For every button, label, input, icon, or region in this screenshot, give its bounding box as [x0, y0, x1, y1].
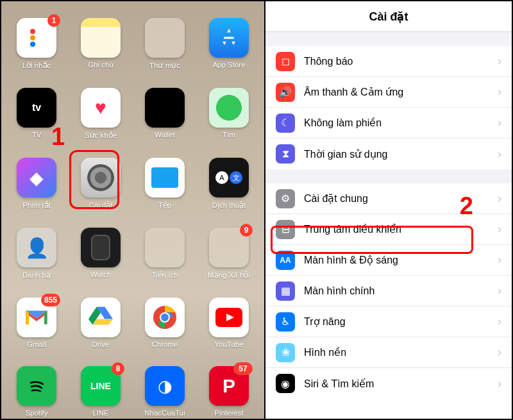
- app-nhaccuatui[interactable]: ◑ NhacCuaTui: [139, 366, 191, 417]
- app-findmy[interactable]: Tìm: [203, 88, 255, 140]
- settings-title: Cài đặt: [265, 1, 512, 32]
- display-icon: AA: [276, 251, 295, 270]
- app-settings[interactable]: Cài đặt: [74, 158, 127, 210]
- badge: 9: [240, 224, 253, 237]
- app-gmail[interactable]: 855 Gmail: [10, 298, 63, 348]
- row-notifications[interactable]: ◻ Thông báo ›: [265, 46, 512, 77]
- app-label: Tìm: [223, 131, 235, 139]
- app-pinterest[interactable]: P 57 Pinterest: [203, 366, 255, 417]
- badge: 1: [47, 14, 60, 27]
- app-shortcuts[interactable]: ◆ Phím tắt: [10, 158, 63, 210]
- app-files[interactable]: Tệp: [139, 158, 191, 210]
- app-youtube[interactable]: YouTube: [203, 298, 255, 348]
- app-label: Chrome: [152, 340, 178, 348]
- app-label: Gmail: [27, 340, 46, 348]
- chevron-right-icon: ›: [498, 116, 501, 130]
- row-label: Trợ năng: [304, 315, 498, 328]
- app-label: LINE: [92, 409, 109, 417]
- app-health[interactable]: ♥ Sức khỏe: [74, 88, 127, 140]
- translate-icon: A文: [209, 158, 249, 197]
- row-screentime[interactable]: ⧗ Thời gian sử dụng ›: [265, 139, 512, 169]
- app-label: Mạng Xã hội: [208, 271, 250, 280]
- gmail-icon: 855: [17, 298, 56, 337]
- row-label: Thời gian sử dụng: [304, 148, 498, 160]
- row-siri[interactable]: ◉ Siri & Tìm kiếm ›: [265, 368, 512, 399]
- row-accessibility[interactable]: ♿︎ Trợ năng ›: [265, 307, 512, 337]
- row-general[interactable]: ⚙ Cài đặt chung ›: [265, 183, 512, 214]
- app-label: Tệp: [158, 201, 171, 210]
- app-translate[interactable]: A文 Dịch thuật: [203, 158, 255, 210]
- row-sounds[interactable]: 🔊 Âm thanh & Cảm ứng ›: [265, 77, 512, 108]
- row-dnd[interactable]: ☾ Không làm phiền ›: [265, 108, 512, 139]
- pinterest-icon: P 57: [209, 366, 249, 406]
- siri-icon: ◉: [276, 374, 295, 393]
- chevron-right-icon: ›: [498, 85, 501, 99]
- section-gap: [265, 32, 512, 46]
- app-label: Thư mục: [149, 61, 180, 70]
- youtube-icon: [209, 298, 249, 337]
- row-label: Âm thanh & Cảm ứng: [304, 86, 498, 98]
- row-control-center[interactable]: ⊟ Trung tâm điều khiển ›: [265, 214, 512, 245]
- row-label: Màn hình chính: [304, 285, 498, 297]
- settings-group-1: ◻ Thông báo › 🔊 Âm thanh & Cảm ứng › ☾ K…: [265, 46, 512, 169]
- app-folder-social[interactable]: 9 Mạng Xã hội: [203, 228, 255, 280]
- settings-screen: Cài đặt ◻ Thông báo › 🔊 Âm thanh & Cảm ứ…: [264, 1, 512, 419]
- chevron-right-icon: ›: [498, 223, 501, 236]
- homescreen-icon: ▦: [276, 281, 295, 301]
- files-icon: [145, 158, 185, 197]
- svg-point-2: [161, 314, 169, 321]
- app-label: Tiện ích: [151, 271, 178, 280]
- chevron-right-icon: ›: [498, 253, 501, 267]
- app-reminders[interactable]: 1 Lời nhắc: [10, 18, 63, 70]
- wallpaper-icon: ❀: [276, 343, 295, 362]
- chevron-right-icon: ›: [498, 284, 501, 298]
- row-label: Trung tâm điều khiển: [304, 223, 498, 235]
- app-folder-utilities[interactable]: Tiện ích: [139, 228, 191, 280]
- app-label: Spotify: [25, 409, 47, 417]
- annotation-number-1: 1: [51, 123, 65, 151]
- screentime-icon: ⧗: [276, 144, 295, 164]
- shortcuts-icon: ◆: [17, 158, 56, 197]
- app-line[interactable]: LINE 8 LINE: [74, 366, 127, 417]
- nct-icon: ◑: [145, 366, 185, 406]
- row-homescreen[interactable]: ▦ Màn hình chính ›: [265, 276, 512, 307]
- app-spotify[interactable]: Spotify: [10, 366, 63, 417]
- app-watch[interactable]: Watch: [74, 228, 127, 280]
- app-label: App Store: [212, 61, 245, 69]
- app-appstore[interactable]: App Store: [203, 18, 255, 70]
- app-drive[interactable]: Drive: [74, 298, 127, 348]
- appstore-icon: [209, 18, 249, 58]
- app-label: Ghi chú: [88, 61, 114, 69]
- chevron-right-icon: ›: [498, 377, 501, 391]
- app-folder-thumuc[interactable]: Thư mục: [139, 18, 191, 70]
- folder-icon: [145, 228, 185, 267]
- sound-icon: 🔊: [276, 83, 295, 102]
- section-gap: [265, 169, 512, 183]
- app-chrome[interactable]: Chrome: [139, 298, 191, 348]
- app-wallet[interactable]: Wallet: [139, 88, 191, 140]
- app-label: Wallet: [155, 131, 175, 139]
- chevron-right-icon: ›: [498, 55, 501, 68]
- line-icon: LINE 8: [81, 366, 121, 406]
- chevron-right-icon: ›: [498, 315, 501, 328]
- row-label: Không làm phiền: [304, 117, 498, 129]
- row-label: Hình nền: [304, 346, 498, 358]
- row-label: Siri & Tìm kiếm: [304, 378, 498, 390]
- row-label: Thông báo: [304, 56, 498, 67]
- home-screen: 1 Lời nhắc Ghi chú Thư mục App Store tv …: [1, 1, 264, 419]
- chrome-icon: [145, 298, 185, 337]
- accessibility-icon: ♿︎: [276, 312, 295, 332]
- chevron-right-icon: ›: [498, 192, 501, 205]
- app-contacts[interactable]: 👤 Danh bạ: [10, 228, 63, 280]
- row-wallpaper[interactable]: ❀ Hình nền ›: [265, 337, 512, 368]
- row-display[interactable]: AA Màn hình & Độ sáng ›: [265, 245, 512, 276]
- badge: 8: [112, 362, 124, 375]
- app-notes[interactable]: Ghi chú: [74, 18, 127, 70]
- dnd-icon: ☾: [276, 113, 295, 133]
- chevron-right-icon: ›: [498, 346, 501, 359]
- app-label: YouTube: [214, 340, 243, 348]
- app-label: Lời nhắc: [22, 61, 51, 70]
- folder-icon: 9: [209, 228, 249, 267]
- chevron-right-icon: ›: [498, 147, 501, 161]
- reminders-icon: 1: [17, 18, 56, 58]
